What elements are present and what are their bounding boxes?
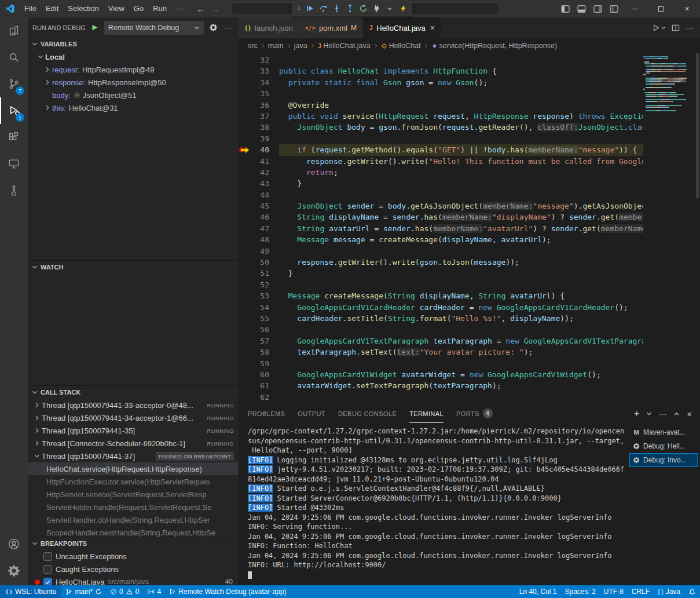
breakpoint-row[interactable]: Caught Exceptions (28, 563, 239, 575)
editor-gutter[interactable]: 57 (239, 336, 279, 347)
code-line[interactable]: 40 if (request.getMethod().equals("GET")… (239, 144, 643, 155)
editor-gutter[interactable]: 61 (239, 380, 279, 391)
editor-gutter[interactable]: 43 (239, 178, 279, 189)
code-line[interactable]: 56 (239, 324, 643, 335)
breadcrumb-item[interactable]: java (294, 42, 307, 50)
code-line[interactable]: 33public class HelloChat implements Http… (239, 65, 643, 76)
call-stack-frame-row[interactable]: ServletHandler.doHandle(String,Request,H… (28, 513, 239, 526)
variables-header[interactable]: VARIABLES (28, 38, 239, 50)
editor-gutter[interactable]: 55 (239, 313, 279, 324)
remote-indicator[interactable]: WSL: Ubuntu (0, 585, 61, 598)
editor-gutter[interactable]: 50 (239, 257, 279, 268)
line-number[interactable]: 49 (251, 246, 269, 257)
call-stack-frame-row[interactable]: ServletHolder.handle(Request,ServletRequ… (28, 501, 239, 513)
code-line[interactable]: 39 (239, 133, 643, 144)
panel-tab-debug-console[interactable]: DEBUG CONSOLE (338, 404, 397, 423)
debug-step-over-button[interactable] (317, 2, 329, 15)
code-line[interactable]: 48 Message message = createMessage(displ… (239, 234, 643, 245)
code-line[interactable]: 45 JsonObject sender = body.getAsJsonObj… (239, 200, 643, 212)
line-number[interactable]: 34 (251, 77, 269, 88)
maximize-button[interactable] (648, 0, 674, 17)
code-line[interactable]: 60 GoogleAppsCardV1Widget avatarWidget =… (239, 369, 643, 380)
launch-config-dropdown[interactable]: Remote Watch Debug (104, 21, 204, 35)
editor-gutter[interactable]: 34 (239, 77, 279, 88)
breakpoint-checkbox[interactable] (43, 565, 52, 574)
call-stack-frame-row[interactable]: HttpServlet.service(ServletRequest,Servl… (28, 488, 239, 501)
search-icon[interactable] (0, 44, 28, 71)
tab-hellochat-java[interactable]: JHelloChat.java× (363, 17, 441, 38)
extensions-icon[interactable] (0, 124, 28, 151)
new-terminal-button[interactable]: + (634, 409, 639, 419)
breakpoint-row[interactable]: HelloChat.javasrc/main/java40 (28, 575, 239, 585)
debug-restart-button[interactable] (357, 2, 369, 15)
line-number[interactable]: 59 (251, 358, 269, 369)
editor-gutter[interactable]: 49 (239, 246, 279, 257)
line-number[interactable]: 41 (251, 156, 269, 167)
nav-back-icon[interactable]: ← (196, 4, 205, 14)
code-line[interactable]: 51 } (239, 268, 643, 279)
editor-gutter[interactable]: 56 (239, 324, 279, 335)
cursor-position[interactable]: Ln 40, Col 1 (515, 585, 561, 598)
remote-explorer-icon[interactable] (0, 151, 28, 177)
eol-setting[interactable]: CRLF (628, 585, 654, 598)
menu-edit[interactable]: Edit (41, 2, 63, 15)
explorer-icon[interactable] (0, 17, 28, 44)
line-number[interactable]: 52 (251, 279, 269, 290)
variable-row[interactable]: body:JsonObject@51 (28, 89, 239, 101)
panel-tab-ports[interactable]: PORTS4 (456, 404, 493, 423)
code-line[interactable]: 58 textParagraph.setText(text:"Your avat… (239, 347, 643, 358)
close-button[interactable]: × (674, 0, 700, 17)
git-branch-indicator[interactable]: main* (61, 585, 106, 598)
toggle-secondary-sidebar-icon[interactable] (589, 0, 606, 17)
breakpoints-header[interactable]: BREAKPOINTS (28, 537, 239, 550)
terminal-dropdown-chevron-icon[interactable] (646, 411, 652, 417)
close-panel-icon[interactable]: × (687, 409, 692, 419)
editor-gutter[interactable]: 48 (239, 234, 279, 245)
code-line[interactable]: 42 return; (239, 167, 643, 178)
toggle-panel-icon[interactable] (573, 0, 589, 17)
watch-header[interactable]: WATCH (28, 261, 239, 274)
run-java-button[interactable] (652, 24, 666, 32)
variable-row[interactable]: request:HttpRequestImpl@49 (28, 63, 239, 76)
line-number[interactable]: 54 (251, 302, 269, 313)
breakpoint-checkbox[interactable] (43, 578, 52, 586)
line-number[interactable]: 51 (251, 268, 269, 279)
line-number[interactable]: 50 (251, 257, 269, 268)
variable-row[interactable]: response:HttpResponseImpl@50 (28, 76, 239, 89)
editor-gutter[interactable]: 60 (239, 369, 279, 380)
source-control-icon[interactable]: 7 (0, 71, 28, 97)
breadcrumb-item[interactable]: service(HttpRequest, HttpResponse) (431, 42, 558, 50)
editor-gutter[interactable]: 54 (239, 302, 279, 313)
code-line[interactable]: 38 JsonObject body = gson.fromJson(reque… (239, 122, 643, 133)
toggle-sidebar-icon[interactable] (557, 0, 573, 17)
minimize-button[interactable]: ─ (622, 0, 648, 17)
editor-gutter[interactable]: 62 (239, 392, 279, 403)
call-stack-thread-row[interactable]: Thread [qtp1500079441-34-acceptor-1@66..… (28, 411, 239, 424)
line-number[interactable]: 44 (251, 189, 269, 200)
editor-gutter[interactable]: 52 (239, 279, 279, 290)
line-number[interactable]: 42 (251, 167, 269, 178)
line-number[interactable]: 53 (251, 290, 269, 301)
breadcrumb-item[interactable]: main (268, 42, 284, 50)
code-line[interactable]: 53 Message createMessage(String displayN… (239, 290, 643, 301)
line-number[interactable]: 55 (251, 313, 269, 324)
menu-run[interactable]: Run (148, 2, 171, 15)
editor-gutter[interactable]: 51 (239, 268, 279, 279)
code-editor[interactable]: 3233public class HelloChat implements Ht… (239, 53, 700, 404)
editor-gutter[interactable]: 59 (239, 358, 279, 369)
call-stack-thread-row[interactable]: Thread [qtp1500079441-37]PAUSED ON BREAK… (28, 450, 239, 462)
terminal-list-item[interactable]: Debug: Hell... (629, 439, 698, 453)
line-number[interactable]: 47 (251, 223, 269, 234)
panel-more-actions-icon[interactable]: ··· (659, 410, 666, 418)
breadcrumb-item[interactable]: src (248, 42, 258, 50)
start-debug-icon[interactable] (89, 22, 101, 34)
tab-pom-xml[interactable]: </>pom.xmlM (299, 17, 363, 38)
call-stack-thread-row[interactable]: Thread [Connector-Scheduler-6920b0bc-1]R… (28, 437, 239, 450)
breadcrumb-item[interactable]: JHelloChat.java (318, 42, 371, 50)
line-number[interactable]: 61 (251, 380, 269, 391)
line-number[interactable]: 37 (251, 111, 269, 122)
testing-icon[interactable] (0, 177, 28, 204)
nav-forward-icon[interactable]: → (211, 4, 219, 14)
code-line[interactable]: 32 (239, 54, 643, 65)
call-stack-thread-row[interactable]: Thread [qtp1500079441-35]RUNNING (28, 424, 239, 437)
